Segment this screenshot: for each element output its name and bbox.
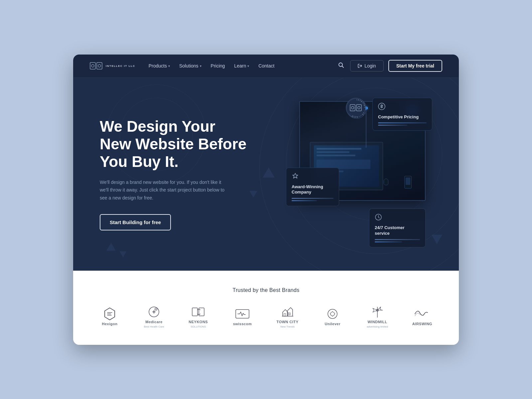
brand-unilever: Unilever xyxy=(323,307,342,326)
nav-contact[interactable]: Contact xyxy=(258,63,274,68)
brand-hexigon: Hexigon xyxy=(100,307,120,326)
customer-service-title: 24/7 Customer service xyxy=(375,225,420,236)
windmill-sub: advertising limited xyxy=(367,325,388,328)
svg-rect-16 xyxy=(192,308,198,316)
swisscom-name: swisscom xyxy=(233,322,252,326)
login-button[interactable]: Login xyxy=(350,60,383,71)
svg-point-22 xyxy=(328,309,337,319)
brand-medicare: Medicare Best Health Care xyxy=(144,305,164,328)
brand-swisscom: swisscom xyxy=(232,307,252,326)
brands-row: Hexigon Medicare Best Health Care xyxy=(100,305,432,328)
hexigon-icon xyxy=(103,307,116,321)
brands-section: Trusted by the Best Brands Hexigon xyxy=(73,271,459,345)
competitive-pricing-title: Competitive Pricing xyxy=(378,114,427,120)
products-chevron-icon: ▾ xyxy=(168,64,170,68)
nav-products[interactable]: Products ▾ xyxy=(149,63,170,68)
login-icon xyxy=(358,64,362,68)
browser-window: INTELLEC IT LLC Products ▾ Solutions ▾ P… xyxy=(73,55,459,345)
header-right: Login Start My free trial xyxy=(337,60,442,72)
hero-title: We Design Your New Website Before You Bu… xyxy=(100,118,273,171)
brand-windmill: WINDMILL advertising limited xyxy=(367,305,388,328)
towncity-sub: New Trends xyxy=(280,325,295,328)
logo-badge: intellec · IT · LLC · xyxy=(346,98,366,118)
svg-rect-21 xyxy=(289,313,290,315)
solutions-chevron-icon: ▾ xyxy=(200,64,201,68)
neykons-sub: SOLUTIONS xyxy=(191,325,206,328)
triangle-4 xyxy=(120,251,126,257)
brands-title: Trusted by the Best Brands xyxy=(100,287,432,293)
logo-area: INTELLEC IT LLC xyxy=(90,61,135,70)
nav-pricing[interactable]: Pricing xyxy=(211,63,225,68)
towncity-icon xyxy=(281,306,294,318)
logo-text: INTELLEC IT LLC xyxy=(106,65,135,67)
brand-airswing: AIRSWING xyxy=(412,307,432,326)
award-winning-title: Award-Winning Company xyxy=(292,184,333,196)
logo-icon xyxy=(90,61,102,70)
brand-towncity: TOWN CITY New Trends xyxy=(277,305,299,328)
unilever-name: Unilever xyxy=(325,322,340,326)
neykons-icon xyxy=(192,307,205,317)
main-nav: Products ▾ Solutions ▾ Pricing Learn ▾ C… xyxy=(149,63,275,68)
learn-chevron-icon: ▾ xyxy=(247,64,249,68)
trial-button[interactable]: Start My free trial xyxy=(388,60,442,72)
award-icon xyxy=(292,173,333,182)
windmill-icon xyxy=(371,306,383,318)
header: INTELLEC IT LLC Products ▾ Solutions ▾ P… xyxy=(73,55,459,78)
hero-right: intellec · IT · LLC · xyxy=(279,94,432,254)
search-icon xyxy=(338,62,344,68)
customer-service-icon xyxy=(375,213,420,222)
brand-neykons: NEYKONS SOLUTIONS xyxy=(188,305,208,328)
medicare-name: Medicare xyxy=(145,320,163,324)
hero-subtitle: We'll design a brand new website for you… xyxy=(100,179,226,202)
hero-left: We Design Your New Website Before You Bu… xyxy=(100,118,273,230)
customer-service-card: 24/7 Customer service xyxy=(369,208,426,247)
nav-learn[interactable]: Learn ▾ xyxy=(234,63,249,68)
svg-rect-0 xyxy=(90,63,95,69)
triangle-3 xyxy=(106,243,116,251)
nav-solutions[interactable]: Solutions ▾ xyxy=(179,63,201,68)
unilever-icon xyxy=(327,308,338,320)
header-left: INTELLEC IT LLC Products ▾ Solutions ▾ P… xyxy=(90,61,274,70)
triangle-5 xyxy=(432,235,442,244)
svg-rect-1 xyxy=(97,63,102,69)
svg-rect-20 xyxy=(284,314,286,316)
windmill-name: WINDMILL xyxy=(367,320,387,324)
medicare-icon xyxy=(148,306,160,318)
hexigon-name: Hexigon xyxy=(102,322,118,326)
award-winning-card: Award-Winning Company xyxy=(286,168,339,206)
competitive-pricing-icon xyxy=(378,103,427,112)
airswing-icon xyxy=(414,309,430,319)
neykons-name: NEYKONS xyxy=(189,320,208,324)
badge-circle-text: intellec · IT · LLC · xyxy=(346,98,367,119)
hero-section: We Design Your New Website Before You Bu… xyxy=(73,78,459,271)
svg-line-5 xyxy=(342,66,344,68)
svg-point-3 xyxy=(98,65,101,67)
swisscom-icon xyxy=(235,309,249,319)
competitive-pricing-card: Competitive Pricing xyxy=(372,98,432,131)
svg-point-2 xyxy=(91,65,94,67)
towncity-name: TOWN CITY xyxy=(277,320,299,324)
medicare-sub: Best Health Care xyxy=(144,325,164,328)
search-button[interactable] xyxy=(337,61,345,71)
airswing-name: AIRSWING xyxy=(412,322,432,326)
cta-button[interactable]: Start Building for free xyxy=(100,214,171,230)
